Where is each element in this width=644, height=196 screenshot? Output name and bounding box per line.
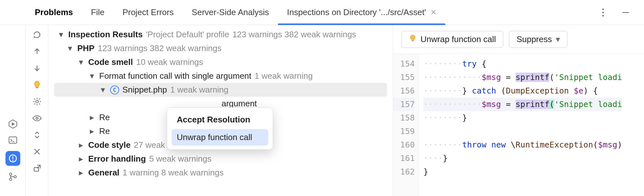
tree-row-general[interactable]: ▸ General 1 warning 8 weak warnings <box>54 166 387 180</box>
line-numbers: 154155156157158159160161162 <box>393 54 419 196</box>
tree-summary: 5 weak warnings <box>149 154 212 164</box>
chevron-right-icon: ▸ <box>77 169 85 177</box>
svg-point-0 <box>602 8 604 10</box>
svg-line-25 <box>34 103 35 104</box>
tab-label: Inspections on Directory '.../src/Asset' <box>287 7 426 17</box>
export-icon[interactable] <box>32 163 42 174</box>
tab-inspections[interactable]: Inspections on Directory '.../src/Asset'… <box>278 0 445 25</box>
tab-server-side[interactable]: Server-Side Analysis <box>183 0 278 25</box>
tab-label: Server-Side Analysis <box>192 7 269 17</box>
tree-label: Code smell <box>88 57 133 67</box>
code-preview: 154155156157158159160161162 ········try … <box>393 54 644 196</box>
arrow-up-icon[interactable] <box>32 46 42 57</box>
collapse-x-icon[interactable] <box>32 147 42 157</box>
svg-line-22 <box>34 99 35 100</box>
inspection-gutter <box>26 25 48 196</box>
svg-rect-6 <box>9 137 17 143</box>
preview-toolbar: Unwrap function call Suppress ▾ <box>393 25 644 54</box>
svg-point-1 <box>602 12 604 13</box>
eye-icon[interactable] <box>32 113 42 123</box>
refresh-icon[interactable] <box>32 30 42 40</box>
bulb-icon <box>409 34 417 44</box>
kebab-icon[interactable] <box>598 7 609 18</box>
svg-point-11 <box>9 173 12 175</box>
hexagon-play-icon[interactable] <box>8 119 18 129</box>
chevron-down-icon: ▾ <box>556 34 560 44</box>
tab-actions <box>598 7 644 18</box>
svg-line-24 <box>39 99 40 100</box>
chevron-right-icon: ▸ <box>77 141 85 149</box>
tree-profile: 'Project Default' profile <box>146 30 229 40</box>
tab-file[interactable]: File <box>82 0 114 25</box>
unwrap-button[interactable]: Unwrap function call <box>402 31 503 48</box>
tab-label: Project Errors <box>122 7 174 17</box>
tabs-bar: Problems File Project Errors Server-Side… <box>0 0 644 25</box>
preview-panel: Unwrap function call Suppress ▾ 15415515… <box>393 25 644 196</box>
arrow-down-icon[interactable] <box>32 63 42 73</box>
tree-summary: 123 warnings 382 weak warnings <box>232 30 356 40</box>
tree-label: Code style <box>88 140 131 150</box>
tree-row-format[interactable]: ▾ Format function call with single argum… <box>54 69 387 83</box>
tree-label: Error handling <box>88 154 146 164</box>
chevron-down-icon: ▾ <box>66 44 74 53</box>
tab-label: Problems <box>35 7 73 17</box>
tree-summary: 1 warning 8 weak warnings <box>123 168 224 178</box>
svg-rect-29 <box>34 167 39 171</box>
chevron-down-icon: ▾ <box>88 72 96 80</box>
terminal-icon[interactable] <box>8 135 18 145</box>
svg-point-2 <box>602 15 604 16</box>
minimize-icon[interactable] <box>620 7 631 18</box>
svg-marker-5 <box>12 122 15 126</box>
tree-label: General <box>88 168 119 178</box>
button-label: Unwrap function call <box>421 34 496 44</box>
tree-label: PHP <box>77 43 94 53</box>
tab-problems[interactable]: Problems <box>26 0 82 25</box>
inspection-tree: ▾ Inspection Results 'Project Default' p… <box>48 25 393 196</box>
svg-line-23 <box>39 103 40 104</box>
expand-updown-icon[interactable] <box>32 130 42 140</box>
suppress-button[interactable]: Suppress ▾ <box>509 31 567 48</box>
tree-label: Re <box>99 112 110 122</box>
chevron-right-icon: ▸ <box>88 127 96 136</box>
svg-point-26 <box>36 117 38 119</box>
svg-point-13 <box>14 176 16 178</box>
toolwindow-strip <box>0 25 26 196</box>
svg-point-12 <box>9 178 12 181</box>
tree-summary: 10 weak warnings <box>136 57 203 67</box>
chevron-right-icon: ▸ <box>88 113 96 122</box>
chevron-down-icon: ▾ <box>99 86 107 94</box>
chevron-right-icon: ▸ <box>77 155 85 163</box>
bulb-icon[interactable] <box>32 80 42 90</box>
popup-item-label: Unwrap function call <box>177 132 252 142</box>
tree-row-php[interactable]: ▾ PHP 123 warnings 382 weak warnings <box>54 41 387 55</box>
tab-project-errors[interactable]: Project Errors <box>113 0 183 25</box>
tree-summary: 1 weak warning <box>170 85 229 95</box>
tab-label: File <box>91 7 105 17</box>
svg-point-10 <box>12 160 14 161</box>
chevron-down-icon: ▾ <box>57 31 65 39</box>
svg-point-17 <box>36 100 38 103</box>
code-lines: ········try { ············$msg = sprintf… <box>419 54 622 196</box>
accept-resolution-popup: Accept Resolution Unwrap function call <box>167 107 273 150</box>
tree-summary: 1 weak warning <box>255 71 313 81</box>
tree-row-file[interactable]: ▾ C Snippet.php 1 weak warning <box>54 83 387 97</box>
button-label: Suppress <box>516 34 552 44</box>
tree-label: Inspection Results <box>68 30 143 40</box>
tree-row-root[interactable]: ▾ Inspection Results 'Project Default' p… <box>54 28 387 41</box>
popup-title: Accept Resolution <box>172 111 268 129</box>
tree-label: Snippet.php <box>122 85 167 95</box>
problems-toolwindow-icon[interactable] <box>5 151 20 166</box>
tree-row-errorhandling[interactable]: ▸ Error handling 5 weak warnings <box>54 152 387 166</box>
vcs-icon[interactable] <box>8 172 18 182</box>
tree-summary: 123 warnings 382 weak warnings <box>98 43 221 53</box>
gear-icon[interactable] <box>32 96 42 107</box>
php-class-icon: C <box>110 85 119 94</box>
tree-row-codesmell[interactable]: ▾ Code smell 10 weak warnings <box>54 55 387 69</box>
tree-label: Re <box>99 126 110 136</box>
chevron-down-icon: ▾ <box>77 58 85 67</box>
tree-label: Format function call with single argumen… <box>99 71 251 81</box>
close-icon[interactable]: ✕ <box>431 8 436 17</box>
popup-item-unwrap[interactable]: Unwrap function call <box>172 129 268 146</box>
